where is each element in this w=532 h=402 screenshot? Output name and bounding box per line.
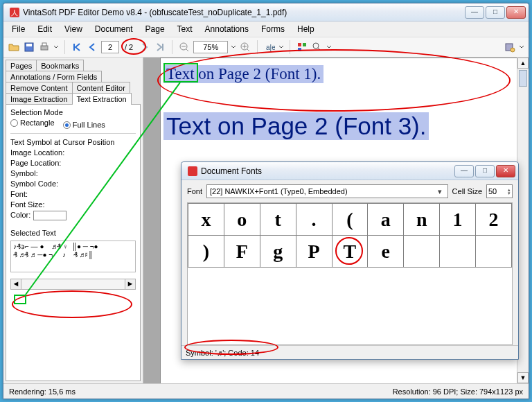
page-location-label: Page Location: [10,159,136,167]
font-grid-cell[interactable]: x [188,204,224,236]
font-combo-label: Font [187,187,202,195]
save-icon[interactable] [23,41,35,53]
radio-full-lines[interactable]: Full Lines [63,121,105,129]
left-panel: Pages Bookmarks Annotations / Form Field… [3,58,143,383]
selection-mode-label: Selection Mode [10,108,136,116]
dialog-minimize-button[interactable]: — [454,165,474,177]
svg-rect-4 [41,46,48,50]
dropdown-icon[interactable] [278,41,284,53]
font-grid[interactable]: xot.(an12)FgPTe [187,202,513,345]
svg-point-14 [511,48,515,52]
font-grid-cell[interactable] [404,236,440,268]
dropdown-icon[interactable] [519,41,524,53]
dialog-icon [187,166,198,177]
status-bar: Rendering: 15,6 ms Resolution: 96 DPI; S… [3,383,529,399]
font-grid-cell[interactable]: o [224,204,260,236]
text-tool-icon[interactable]: a|e [263,41,276,53]
font-grid-cell[interactable]: P [296,236,332,268]
svg-rect-16 [188,166,197,176]
tab-text-extraction[interactable]: Text Extraction [72,93,132,105]
svg-point-12 [313,43,319,49]
title-bar[interactable]: 人 VintaSoft PDF Editor Demo v8.4 - (obfu… [3,3,529,21]
zoom-input[interactable]: 75% [193,41,228,53]
font-grid-cell[interactable]: e [368,236,404,268]
radio-rectangle[interactable]: Rectangle [10,119,55,127]
zoom-in-icon[interactable] [239,41,251,53]
prev-page-icon[interactable] [86,41,98,53]
font-grid-cell[interactable]: a [368,204,404,236]
selected-text-box[interactable]: ♪₰϶⌐ — ● ♬₰ ♀ ║● ─ ¬● ₰ ♬₰ ♬ ─● ¬ ♪ ₰ ♬♯… [10,241,136,272]
zoom-out-icon[interactable] [178,41,190,53]
dropdown-icon[interactable] [231,41,236,53]
dialog-close-button[interactable]: ✕ [496,165,515,177]
dropdown-icon[interactable] [326,41,332,53]
find-tool-icon[interactable] [311,41,323,53]
menu-page[interactable]: Page [145,24,165,34]
font-grid-cell[interactable]: F [224,236,260,268]
tab-image-extraction[interactable]: Image Extraction [6,93,73,105]
menu-forms[interactable]: Forms [261,24,285,34]
last-page-icon[interactable] [154,41,166,53]
maximize-button[interactable]: □ [486,6,505,19]
annot-tool-icon[interactable] [296,41,308,53]
chevron-down-icon: ▾ [435,187,445,196]
page-total: / 2 [125,43,133,51]
dialog-title: Document Fonts [201,166,454,176]
font-grid-cell[interactable]: t [260,204,296,236]
svg-rect-5 [42,43,46,46]
tab-bookmarks[interactable]: Bookmarks [36,60,84,71]
font-grid-cell[interactable]: 2 [476,204,512,236]
page-number-input[interactable]: 2 [101,41,119,53]
font-grid-cell[interactable]: ) [188,236,224,268]
open-icon[interactable] [8,41,20,53]
font-grid-cell[interactable] [440,236,476,268]
menu-annotations[interactable]: Annotations [205,24,249,34]
menu-text[interactable]: Text [177,24,193,34]
image-location-label: Image Location: [10,148,136,157]
menu-view[interactable]: View [64,24,82,34]
menu-help[interactable]: Help [297,24,314,34]
tab-remove-content[interactable]: Remove Content [6,82,73,94]
font-grid-cell[interactable]: n [404,204,440,236]
menu-file[interactable]: File [12,24,25,34]
svg-rect-11 [298,48,301,51]
minimize-button[interactable]: — [465,6,484,19]
color-swatch[interactable] [33,211,66,220]
color-label: Color: [10,211,30,219]
status-right: Resolution: 96 DPI; Size: 794x1123 px [393,387,523,396]
first-page-icon[interactable] [71,41,83,53]
dialog-status-bar: Symbol: '♬'; Code: 14 [181,345,518,359]
dropdown-icon[interactable] [53,41,59,53]
text-extraction-panel: Selection Mode Rectangle Full Lines Text… [6,104,141,381]
svg-text:人: 人 [11,9,18,17]
svg-rect-3 [26,44,32,46]
print-icon[interactable] [38,41,51,53]
font-grid-cell[interactable] [476,236,512,268]
close-button[interactable]: ✕ [506,6,526,19]
app-icon: 人 [9,7,20,18]
selected-text-label: Selected Text [10,229,136,237]
dialog-maximize-button[interactable]: □ [475,165,495,177]
document-fonts-dialog[interactable]: Document Fonts — □ ✕ Font [22] NAWKIX+Fo… [181,161,519,360]
cursor-pos-label: Text Symbol at Cursor Position [10,138,136,146]
font-grid-cell[interactable]: g [260,236,296,268]
dialog-title-bar[interactable]: Document Fonts — □ ✕ [181,162,518,180]
font-grid-cell[interactable]: . [296,204,332,236]
font-grid-cell[interactable]: ( [332,204,368,236]
font-grid-cell[interactable]: T [332,236,368,268]
font-label: Font: [10,190,136,198]
next-page-icon[interactable] [139,41,151,53]
tab-pages[interactable]: Pages [6,60,37,71]
menu-document[interactable]: Document [95,24,133,34]
font-combo[interactable]: [22] NAWKIX+Font1 (Type0, Embedded)▾ [206,184,448,198]
cell-size-input[interactable]: 50▴▾ [486,184,513,198]
settings-icon[interactable] [504,41,516,53]
doc-text-line-2[interactable]: Text on Page 2 (Font 3). [163,112,429,140]
svg-text:a|e: a|e [266,44,275,51]
menu-edit[interactable]: Edit [37,24,52,34]
tab-annotations[interactable]: Annotations / Form Fields [6,71,102,82]
font-grid-cell[interactable]: 1 [440,204,476,236]
h-scrollbar[interactable]: ◄► [10,279,136,290]
doc-text-line-1[interactable]: Text on Page 2 (Font 1). [163,65,323,83]
tab-content-editor[interactable]: Content Editor [72,82,130,94]
